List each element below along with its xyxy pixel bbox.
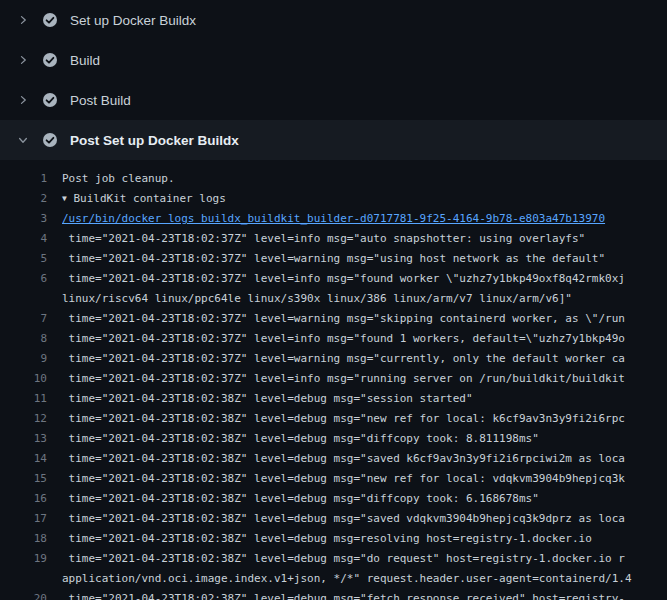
log-line-3: 3/usr/bin/docker logs buildx_buildkit_bu… xyxy=(0,209,667,229)
log-line-17: 17 time="2021-04-23T18:02:38Z" level=deb… xyxy=(0,509,667,529)
log-line-6: 6 time="2021-04-23T18:02:37Z" level=info… xyxy=(0,269,667,289)
log-text: time="2021-04-23T18:02:37Z" level=info m… xyxy=(62,369,625,389)
line-number xyxy=(0,289,47,309)
log-line-10: 10 time="2021-04-23T18:02:37Z" level=inf… xyxy=(0,369,667,389)
log-text: time="2021-04-23T18:02:38Z" level=debug … xyxy=(62,529,592,549)
line-number[interactable]: 8 xyxy=(0,329,47,349)
step-list: Set up Docker Buildx Build Post Build Po… xyxy=(0,0,667,160)
step-post-build[interactable]: Post Build xyxy=(0,80,667,120)
log-line-18: 18 time="2021-04-23T18:02:38Z" level=deb… xyxy=(0,529,667,549)
log-text: application/vnd.oci.image.index.v1+json,… xyxy=(62,569,632,589)
line-number[interactable]: 4 xyxy=(0,229,47,249)
log-line-16: 16 time="2021-04-23T18:02:38Z" level=deb… xyxy=(0,489,667,509)
log-text: time="2021-04-23T18:02:38Z" level=debug … xyxy=(62,449,625,469)
log-text: linux/riscv64 linux/ppc64le linux/s390x … xyxy=(62,289,572,309)
log-line-continuation: application/vnd.oci.image.index.v1+json,… xyxy=(0,569,667,589)
log-line-19: 19 time="2021-04-23T18:02:38Z" level=deb… xyxy=(0,549,667,569)
line-number[interactable]: 17 xyxy=(0,509,47,529)
line-number[interactable]: 19 xyxy=(0,549,47,569)
log-text: time="2021-04-23T18:02:37Z" level=info m… xyxy=(62,229,585,249)
log-line-4: 4 time="2021-04-23T18:02:37Z" level=info… xyxy=(0,229,667,249)
log-line-15: 15 time="2021-04-23T18:02:38Z" level=deb… xyxy=(0,469,667,489)
step-set-up-docker-buildx[interactable]: Set up Docker Buildx xyxy=(0,0,667,40)
line-number[interactable]: 15 xyxy=(0,469,47,489)
log-text: Post job cleanup. xyxy=(62,169,175,189)
log-text: time="2021-04-23T18:02:38Z" level=debug … xyxy=(62,409,625,429)
log-text: time="2021-04-23T18:02:38Z" level=debug … xyxy=(62,469,625,489)
step-label: Set up Docker Buildx xyxy=(70,13,196,28)
log-text: time="2021-04-23T18:02:37Z" level=info m… xyxy=(62,269,625,289)
log-text: time="2021-04-23T18:02:37Z" level=warnin… xyxy=(62,249,605,269)
line-number[interactable]: 5 xyxy=(0,249,47,269)
log-text[interactable]: ▼ BuildKit container logs xyxy=(62,189,226,209)
line-number[interactable]: 11 xyxy=(0,389,47,409)
line-number[interactable]: 6 xyxy=(0,269,47,289)
log-line-11: 11 time="2021-04-23T18:02:38Z" level=deb… xyxy=(0,389,667,409)
log-line-13: 13 time="2021-04-23T18:02:38Z" level=deb… xyxy=(0,429,667,449)
log-line-14: 14 time="2021-04-23T18:02:38Z" level=deb… xyxy=(0,449,667,469)
log-line-9: 9 time="2021-04-23T18:02:37Z" level=warn… xyxy=(0,349,667,369)
log-area: 1Post job cleanup.2▼ BuildKit container … xyxy=(0,160,667,600)
chevron-right-icon xyxy=(16,13,30,27)
log-text: time="2021-04-23T18:02:37Z" level=warnin… xyxy=(62,349,625,369)
line-number[interactable]: 13 xyxy=(0,429,47,449)
line-number[interactable]: 9 xyxy=(0,349,47,369)
log-line-2: 2▼ BuildKit container logs xyxy=(0,189,667,209)
check-circle-icon xyxy=(42,52,58,68)
line-number[interactable]: 3 xyxy=(0,209,47,229)
log-text: time="2021-04-23T18:02:38Z" level=debug … xyxy=(62,589,625,600)
check-circle-icon xyxy=(42,92,58,108)
log-line-1: 1Post job cleanup. xyxy=(0,169,667,189)
log-line-12: 12 time="2021-04-23T18:02:38Z" level=deb… xyxy=(0,409,667,429)
line-number xyxy=(0,569,47,589)
log-line-20: 20 time="2021-04-23T18:02:38Z" level=deb… xyxy=(0,589,667,600)
chevron-down-icon xyxy=(16,133,30,147)
line-number[interactable]: 18 xyxy=(0,529,47,549)
log-line-5: 5 time="2021-04-23T18:02:37Z" level=warn… xyxy=(0,249,667,269)
log-text: time="2021-04-23T18:02:37Z" level=warnin… xyxy=(62,309,625,329)
line-number[interactable]: 1 xyxy=(0,169,47,189)
step-label: Post Build xyxy=(70,93,131,108)
check-circle-icon xyxy=(42,12,58,28)
line-number[interactable]: 16 xyxy=(0,489,47,509)
check-circle-icon xyxy=(42,132,58,148)
log-text: time="2021-04-23T18:02:38Z" level=debug … xyxy=(62,489,539,509)
log-line-continuation: linux/riscv64 linux/ppc64le linux/s390x … xyxy=(0,289,667,309)
line-number[interactable]: 10 xyxy=(0,369,47,389)
line-number[interactable]: 14 xyxy=(0,449,47,469)
log-line-8: 8 time="2021-04-23T18:02:37Z" level=info… xyxy=(0,329,667,349)
log-rows: 1Post job cleanup.2▼ BuildKit container … xyxy=(0,169,667,600)
log-text: time="2021-04-23T18:02:38Z" level=debug … xyxy=(62,509,625,529)
chevron-right-icon xyxy=(16,53,30,67)
log-text: time="2021-04-23T18:02:38Z" level=debug … xyxy=(62,429,539,449)
line-number[interactable]: 20 xyxy=(0,589,47,600)
log-line-7: 7 time="2021-04-23T18:02:37Z" level=warn… xyxy=(0,309,667,329)
line-number[interactable]: 2 xyxy=(0,189,47,209)
step-build[interactable]: Build xyxy=(0,40,667,80)
line-number[interactable]: 7 xyxy=(0,309,47,329)
step-post-set-up-docker-buildx[interactable]: Post Set up Docker Buildx xyxy=(0,120,667,160)
group-label: BuildKit container logs xyxy=(67,192,226,205)
line-number[interactable]: 12 xyxy=(0,409,47,429)
step-label: Post Set up Docker Buildx xyxy=(70,133,239,148)
chevron-right-icon xyxy=(16,93,30,107)
log-text: time="2021-04-23T18:02:38Z" level=debug … xyxy=(62,389,473,409)
step-label: Build xyxy=(70,53,100,68)
command-link[interactable]: /usr/bin/docker logs buildx_buildkit_bui… xyxy=(62,209,605,229)
log-text: time="2021-04-23T18:02:38Z" level=debug … xyxy=(62,549,625,569)
log-text: time="2021-04-23T18:02:37Z" level=info m… xyxy=(62,329,625,349)
